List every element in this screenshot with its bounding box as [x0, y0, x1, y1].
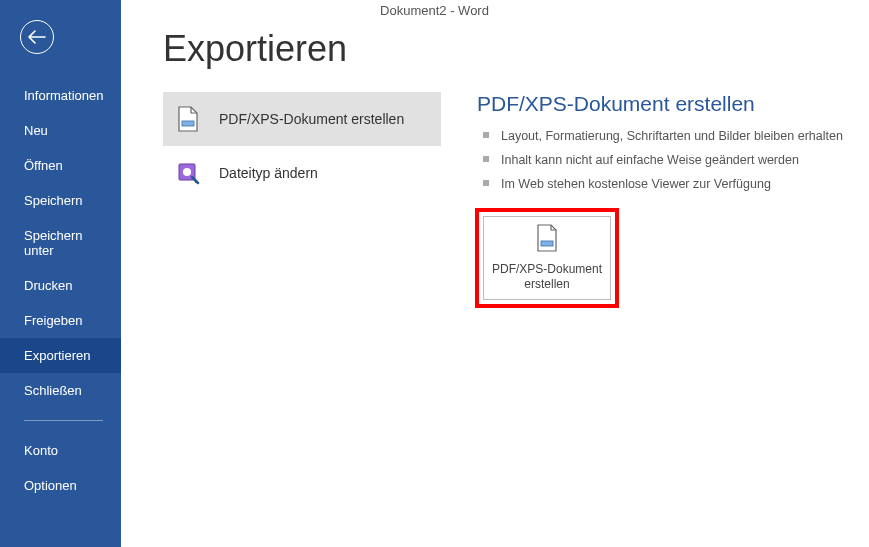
nav-label: Speichern unter: [24, 228, 83, 258]
pdf-document-icon: [535, 224, 559, 256]
detail-bullets: Layout, Formatierung, Schriftarten und B…: [477, 124, 869, 196]
nav-speichern[interactable]: Speichern: [0, 183, 121, 218]
nav-drucken[interactable]: Drucken: [0, 268, 121, 303]
nav-label: Öffnen: [24, 158, 63, 173]
svg-rect-3: [541, 241, 553, 246]
nav-speichern-unter[interactable]: Speichern unter: [0, 218, 121, 268]
export-detail-pane: PDF/XPS-Dokument erstellen Layout, Forma…: [477, 92, 869, 308]
detail-bullet: Inhalt kann nicht auf einfache Weise geä…: [477, 148, 869, 172]
nav-neu[interactable]: Neu: [0, 113, 121, 148]
nav-label: Exportieren: [24, 348, 90, 363]
detail-bullet: Im Web stehen kostenlose Viewer zur Verf…: [477, 172, 869, 196]
svg-point-2: [183, 168, 191, 176]
nav-label: Optionen: [24, 478, 77, 493]
detail-bullet: Layout, Formatierung, Schriftarten und B…: [477, 124, 869, 148]
detail-title: PDF/XPS-Dokument erstellen: [477, 92, 869, 116]
export-columns: PDF/XPS-Dokument erstellen Dateityp ände…: [163, 92, 869, 308]
svg-rect-0: [182, 121, 194, 126]
pdf-document-icon: [175, 106, 201, 132]
nav-label: Speichern: [24, 193, 83, 208]
page-title: Exportieren: [163, 28, 869, 70]
create-button-label: PDF/XPS-Dokument erstellen: [484, 262, 610, 292]
create-pdf-xps-button[interactable]: PDF/XPS-Dokument erstellen: [483, 216, 611, 300]
option-label: PDF/XPS-Dokument erstellen: [219, 111, 404, 127]
backstage-sidebar: Informationen Neu Öffnen Speichern Speic…: [0, 0, 121, 547]
nav-divider: [24, 420, 103, 421]
nav-konto[interactable]: Konto: [0, 433, 121, 468]
nav-oeffnen[interactable]: Öffnen: [0, 148, 121, 183]
export-options-list: PDF/XPS-Dokument erstellen Dateityp ände…: [163, 92, 441, 308]
arrow-left-icon: [28, 30, 46, 44]
change-filetype-icon: [175, 160, 201, 186]
nav-label: Drucken: [24, 278, 72, 293]
nav-informationen[interactable]: Informationen: [0, 78, 121, 113]
nav-label: Neu: [24, 123, 48, 138]
nav-exportieren[interactable]: Exportieren: [0, 338, 121, 373]
highlight-annotation: PDF/XPS-Dokument erstellen: [475, 208, 619, 308]
export-option-pdf-xps[interactable]: PDF/XPS-Dokument erstellen: [163, 92, 441, 146]
nav-optionen[interactable]: Optionen: [0, 468, 121, 503]
nav-label: Informationen: [24, 88, 104, 103]
nav-label: Schließen: [24, 383, 82, 398]
nav-label: Konto: [24, 443, 58, 458]
export-option-change-type[interactable]: Dateityp ändern: [163, 146, 441, 200]
nav-freigeben[interactable]: Freigeben: [0, 303, 121, 338]
nav-schliessen[interactable]: Schließen: [0, 373, 121, 408]
nav-label: Freigeben: [24, 313, 83, 328]
main-content: Exportieren PDF/XPS-Dokument erstellen: [121, 0, 869, 547]
option-label: Dateityp ändern: [219, 165, 318, 181]
